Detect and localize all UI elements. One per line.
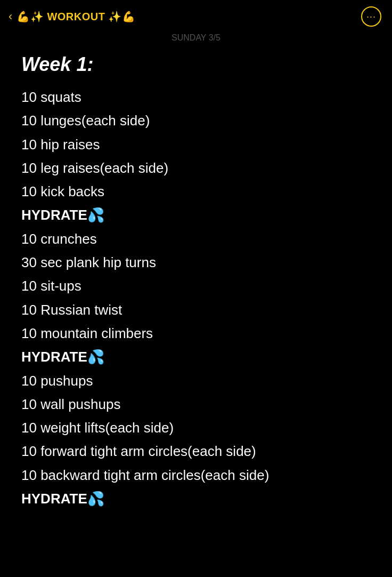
exercise-item: 10 lunges(each side) <box>21 109 371 132</box>
exercise-item: 10 Russian twist <box>21 298 371 322</box>
main-content: Week 1: 10 squats10 lunges(each side)10 … <box>0 43 392 532</box>
week-heading: Week 1: <box>21 53 371 76</box>
more-options-button[interactable]: ··· <box>361 6 381 27</box>
exercise-item: 30 sec plank hip turns <box>21 251 371 274</box>
header-title: 💪✨ WORKOUT ✨💪 <box>17 10 135 23</box>
hydrate-item: HYDRATE💦 <box>21 345 371 368</box>
exercise-item: 10 wall pushups <box>21 392 371 416</box>
exercise-item: 10 forward tight arm circles(each side) <box>21 439 371 463</box>
exercise-item: 10 mountain climbers <box>21 322 371 345</box>
exercise-item: 10 pushups <box>21 369 371 392</box>
header: ‹ 💪✨ WORKOUT ✨💪 ··· <box>0 0 392 31</box>
exercise-item: 10 kick backs <box>21 180 371 203</box>
exercise-list: 10 squats10 lunges(each side)10 hip rais… <box>21 85 371 510</box>
hydrate-item: HYDRATE💦 <box>21 203 371 227</box>
back-button[interactable]: ‹ <box>9 10 12 23</box>
exercise-item: 10 backward tight arm circles(each side) <box>21 463 371 487</box>
exercise-item: 10 hip raises <box>21 133 371 156</box>
exercise-item: 10 sit-ups <box>21 274 371 298</box>
header-left: ‹ 💪✨ WORKOUT ✨💪 <box>9 10 135 23</box>
exercise-item: 10 squats <box>21 85 371 109</box>
hydrate-item: HYDRATE💦 <box>21 487 371 510</box>
exercise-item: 10 weight lifts(each side) <box>21 416 371 439</box>
more-icon: ··· <box>366 11 376 22</box>
page-date-label: SUNDAY 3/5 <box>0 31 392 43</box>
exercise-item: 10 crunches <box>21 227 371 251</box>
exercise-item: 10 leg raises(each side) <box>21 156 371 180</box>
